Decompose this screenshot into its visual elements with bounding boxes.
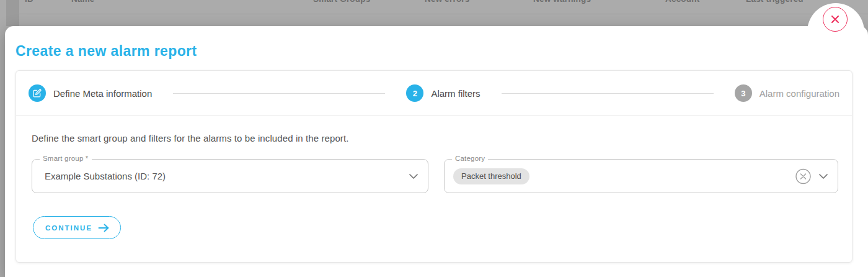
continue-button[interactable]: CONTINUE — [33, 216, 121, 239]
column-header-id: ID — [25, 0, 33, 4]
dialog-title: Create a new alarm report — [16, 43, 197, 60]
column-header-new-warnings: New warnings — [533, 0, 591, 4]
create-alarm-report-dialog: Create a new alarm report Define Meta in… — [5, 26, 868, 277]
stepper: Define Meta information 2 Alarm filters … — [16, 71, 852, 116]
stepper-connector — [502, 93, 714, 94]
category-chip: Packet threshold — [453, 168, 529, 184]
background-table-divider — [19, 14, 868, 14]
chevron-down-icon — [409, 173, 418, 179]
column-header-new-errors: New errors — [425, 0, 470, 4]
smart-group-value: Example Substations (ID: 72) — [45, 171, 166, 181]
step-number-badge: 2 — [406, 84, 423, 102]
step-label: Define Meta information — [53, 88, 152, 99]
step-label: Alarm filters — [431, 88, 480, 99]
edit-icon — [29, 84, 46, 102]
filter-fields-row: Smart group * Example Substations (ID: 7… — [32, 159, 838, 193]
step-define-meta-information[interactable]: Define Meta information — [29, 84, 152, 102]
column-header-last-triggered: Last triggered — [746, 0, 804, 4]
smart-group-select[interactable]: Smart group * Example Substations (ID: 7… — [32, 159, 428, 193]
category-label: Category — [452, 155, 488, 162]
smart-group-label: Smart group * — [40, 155, 92, 162]
category-select[interactable]: Category Packet threshold — [444, 159, 838, 193]
step-number-badge: 3 — [735, 84, 752, 102]
step-label: Alarm configuration — [760, 88, 839, 99]
wizard-card: Define Meta information 2 Alarm filters … — [16, 70, 852, 263]
step-alarm-filters[interactable]: 2 Alarm filters — [406, 84, 480, 102]
column-header-name: Name — [71, 0, 95, 4]
chevron-down-icon — [819, 173, 828, 179]
clear-selection-icon[interactable] — [795, 168, 812, 184]
stepper-connector — [173, 93, 385, 94]
step-description: Define the smart group and filters for t… — [32, 133, 838, 143]
close-button[interactable] — [823, 7, 848, 32]
step-content: Define the smart group and filters for t… — [16, 116, 852, 239]
step-alarm-configuration[interactable]: 3 Alarm configuration — [735, 84, 839, 102]
continue-button-label: CONTINUE — [45, 224, 92, 232]
background-table-header: ID Name Smart Groups New errors New warn… — [0, 0, 868, 8]
column-header-smart-groups: Smart Groups — [313, 0, 370, 4]
column-header-account: Account — [665, 0, 699, 4]
close-icon — [830, 14, 840, 24]
arrow-right-icon — [98, 224, 110, 232]
